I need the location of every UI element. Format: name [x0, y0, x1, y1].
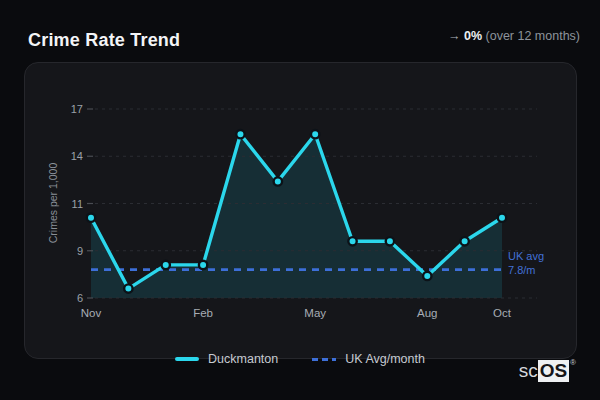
trend-flat-arrow-icon: →	[448, 29, 461, 43]
logo-suffix: OS	[538, 360, 569, 382]
uk-avg-annotation: UK avg 7.8/m	[508, 249, 544, 277]
legend-label: Duckmanton	[208, 352, 278, 366]
trend-value: 0%	[464, 29, 482, 43]
data-point-marker[interactable]	[199, 261, 207, 269]
y-axis-title: Crimes per 1,000	[47, 163, 59, 244]
x-tick-label: May	[304, 307, 326, 319]
data-point-marker[interactable]	[423, 272, 431, 280]
data-point-marker[interactable]	[162, 261, 170, 269]
uk-avg-annotation-line1: UK avg	[508, 249, 544, 263]
trend-period: (over 12 months)	[486, 29, 580, 43]
page-title: Crime Rate Trend	[28, 30, 180, 51]
registered-mark: ®	[570, 358, 576, 367]
x-tick-label: Oct	[493, 307, 512, 319]
y-tick-label: 6	[77, 292, 83, 304]
y-tick-label: 11	[72, 198, 83, 210]
chart-legend: Duckmanton UK Avg/month	[0, 352, 600, 366]
trend-summary: → 0% (over 12 months)	[448, 29, 580, 43]
data-point-marker[interactable]	[348, 237, 356, 245]
data-point-marker[interactable]	[311, 130, 319, 138]
legend-label: UK Avg/month	[345, 352, 425, 366]
scos-logo: scOS®	[519, 360, 576, 382]
uk-avg-annotation-line2: 7.8/m	[508, 263, 544, 277]
x-tick-label: Nov	[81, 307, 102, 319]
x-tick-label: Aug	[417, 307, 437, 319]
data-point-marker[interactable]	[87, 213, 95, 221]
y-tick-label: 17	[71, 103, 83, 115]
crime-trend-chart: 17141196NovFebMayAugOct	[25, 63, 578, 360]
chart-card: 17141196NovFebMayAugOct Crimes per 1,000…	[24, 62, 577, 359]
data-point-marker[interactable]	[498, 213, 506, 221]
data-point-marker[interactable]	[274, 177, 282, 185]
y-tick-label: 9	[77, 245, 83, 257]
x-tick-label: Feb	[193, 307, 213, 319]
data-point-marker[interactable]	[386, 237, 394, 245]
legend-item-duckmanton[interactable]: Duckmanton	[175, 352, 278, 366]
data-point-marker[interactable]	[460, 237, 468, 245]
line-swatch-icon	[175, 357, 199, 361]
y-tick-label: 14	[71, 150, 83, 162]
legend-item-uk-avg[interactable]: UK Avg/month	[312, 352, 425, 366]
trend-period-text: (over 12 months)	[486, 29, 580, 43]
dashed-line-swatch-icon	[312, 358, 336, 361]
data-point-marker[interactable]	[236, 130, 244, 138]
data-point-marker[interactable]	[124, 284, 132, 292]
logo-prefix: sc	[519, 360, 538, 382]
